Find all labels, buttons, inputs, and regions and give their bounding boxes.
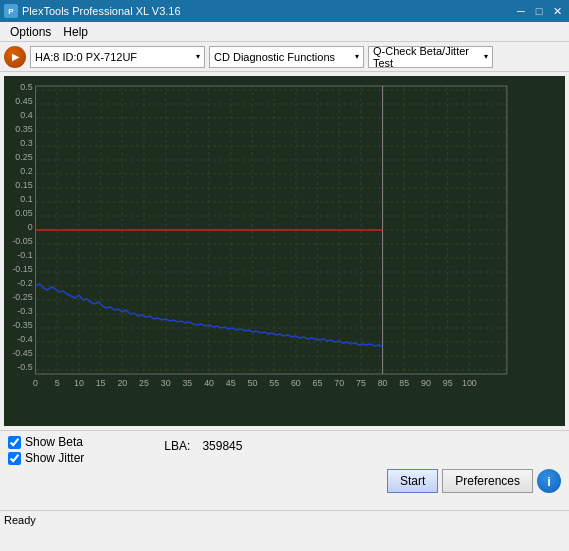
svg-text:-0.25: -0.25 <box>12 292 32 302</box>
toolbar: ▶ HA:8 ID:0 PX-712UF ▾ CD Diagnostic Fun… <box>0 42 569 72</box>
show-beta-label: Show Beta <box>25 435 83 449</box>
chart-svg: 0.5 0.45 0.4 0.35 0.3 0.25 0.2 0.15 0.1 … <box>4 76 565 426</box>
svg-text:5: 5 <box>55 378 60 388</box>
svg-text:40: 40 <box>204 378 214 388</box>
show-jitter-item: Show Jitter <box>8 451 84 465</box>
test-arrow: ▾ <box>484 52 488 61</box>
svg-text:95: 95 <box>443 378 453 388</box>
lba-row: LBA: 359845 <box>164 439 242 453</box>
svg-text:0: 0 <box>28 222 33 232</box>
function-combo[interactable]: CD Diagnostic Functions ▾ <box>209 46 364 68</box>
svg-text:75: 75 <box>356 378 366 388</box>
status-text: Ready <box>4 514 36 526</box>
svg-text:0.2: 0.2 <box>20 166 32 176</box>
chart-container: High Low 0.5 0.45 0.4 0.35 0.3 0.25 0.2 … <box>4 76 565 426</box>
svg-text:15: 15 <box>96 378 106 388</box>
svg-text:-0.1: -0.1 <box>17 250 32 260</box>
svg-text:0.45: 0.45 <box>15 96 32 106</box>
title-bar: P PlexTools Professional XL V3.16 ─ □ ✕ <box>0 0 569 22</box>
title-controls: ─ □ ✕ <box>513 3 565 19</box>
device-arrow: ▾ <box>196 52 200 61</box>
menu-options[interactable]: Options <box>4 24 57 40</box>
test-combo[interactable]: Q-Check Beta/Jitter Test ▾ <box>368 46 493 68</box>
show-jitter-checkbox[interactable] <box>8 452 21 465</box>
function-label: CD Diagnostic Functions <box>214 51 335 63</box>
svg-text:90: 90 <box>421 378 431 388</box>
function-arrow: ▾ <box>355 52 359 61</box>
svg-text:0.15: 0.15 <box>15 180 32 190</box>
start-button[interactable]: Start <box>387 469 438 493</box>
svg-text:35: 35 <box>182 378 192 388</box>
svg-text:25: 25 <box>139 378 149 388</box>
checkboxes-row: Show Beta Show Jitter <box>8 435 84 465</box>
svg-text:100: 100 <box>462 378 477 388</box>
menu-help[interactable]: Help <box>57 24 94 40</box>
close-button[interactable]: ✕ <box>549 3 565 19</box>
svg-text:-0.4: -0.4 <box>17 334 32 344</box>
svg-text:0.4: 0.4 <box>20 110 32 120</box>
svg-text:0.25: 0.25 <box>15 152 32 162</box>
restore-button[interactable]: □ <box>531 3 547 19</box>
svg-text:-0.05: -0.05 <box>12 236 32 246</box>
svg-text:-0.45: -0.45 <box>12 348 32 358</box>
svg-text:55: 55 <box>269 378 279 388</box>
svg-text:20: 20 <box>117 378 127 388</box>
show-jitter-label: Show Jitter <box>25 451 84 465</box>
svg-text:60: 60 <box>291 378 301 388</box>
lba-label: LBA: <box>164 439 190 453</box>
minimize-button[interactable]: ─ <box>513 3 529 19</box>
device-combo[interactable]: HA:8 ID:0 PX-712UF ▾ <box>30 46 205 68</box>
svg-text:70: 70 <box>334 378 344 388</box>
device-label: HA:8 ID:0 PX-712UF <box>35 51 137 63</box>
app-icon: P <box>4 4 18 18</box>
toolbar-icon: ▶ <box>4 46 26 68</box>
status-bar: Ready <box>0 510 569 528</box>
preferences-button[interactable]: Preferences <box>442 469 533 493</box>
svg-text:0: 0 <box>33 378 38 388</box>
svg-text:-0.15: -0.15 <box>12 264 32 274</box>
svg-text:-0.2: -0.2 <box>17 278 32 288</box>
svg-text:0.5: 0.5 <box>20 82 32 92</box>
svg-text:-0.3: -0.3 <box>17 306 32 316</box>
info-button[interactable]: i <box>537 469 561 493</box>
window-title: PlexTools Professional XL V3.16 <box>22 5 181 17</box>
show-beta-checkbox[interactable] <box>8 436 21 449</box>
menu-bar: Options Help <box>0 22 569 42</box>
svg-text:50: 50 <box>248 378 258 388</box>
bottom-controls: Show Beta Show Jitter LBA: 359845 Start … <box>0 430 569 510</box>
svg-text:-0.5: -0.5 <box>17 362 32 372</box>
buttons-row: Start Preferences i <box>8 469 561 493</box>
svg-text:10: 10 <box>74 378 84 388</box>
svg-text:-0.35: -0.35 <box>12 320 32 330</box>
svg-text:45: 45 <box>226 378 236 388</box>
lba-value: 359845 <box>202 439 242 453</box>
svg-text:80: 80 <box>378 378 388 388</box>
svg-text:0.3: 0.3 <box>20 138 32 148</box>
title-bar-left: P PlexTools Professional XL V3.16 <box>4 4 181 18</box>
svg-text:85: 85 <box>399 378 409 388</box>
svg-text:0.35: 0.35 <box>15 124 32 134</box>
svg-text:65: 65 <box>313 378 323 388</box>
test-label: Q-Check Beta/Jitter Test <box>373 45 480 69</box>
show-beta-item: Show Beta <box>8 435 83 449</box>
svg-text:0.1: 0.1 <box>20 194 32 204</box>
svg-text:30: 30 <box>161 378 171 388</box>
svg-text:0.05: 0.05 <box>15 208 32 218</box>
